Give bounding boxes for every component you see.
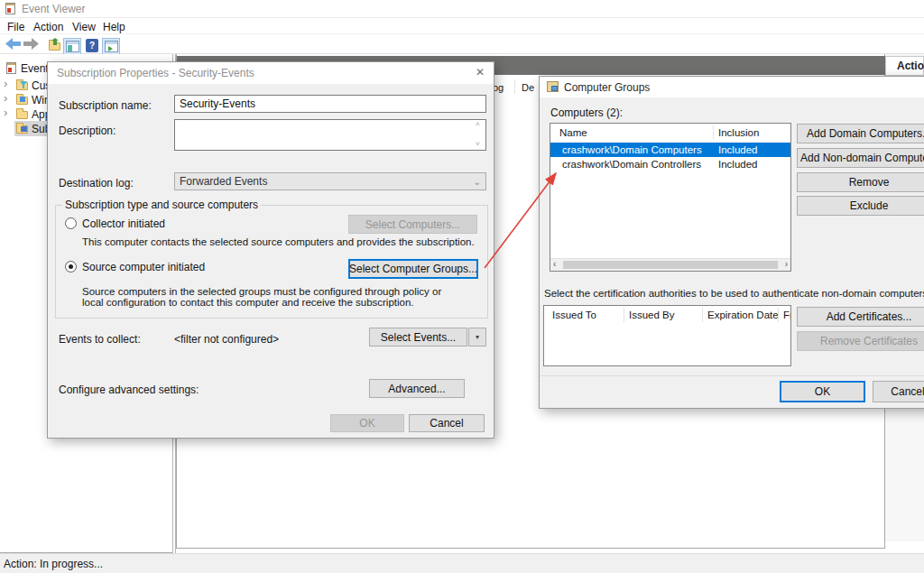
- add-certificates-button[interactable]: Add Certificates...: [797, 307, 924, 327]
- column-header-fragment: De: [522, 82, 534, 93]
- certification-authorities-label: Select the certification authorities to …: [544, 288, 924, 299]
- back-arrow-icon[interactable]: [5, 38, 21, 50]
- source-description-line2: local configuration to contact this comp…: [82, 297, 414, 308]
- event-viewer-window: Event Viewer File Action View Help ?: [0, 0, 924, 573]
- select-events-button[interactable]: Select Events...: [369, 328, 467, 347]
- source-computer-initiated-label: Source computer initiated: [82, 261, 205, 273]
- scroll-down-icon[interactable]: ˅: [476, 140, 480, 148]
- help-icon[interactable]: ?: [86, 39, 98, 52]
- column-header-inclusion[interactable]: Inclusion: [718, 127, 759, 138]
- filter-icon: [20, 81, 27, 88]
- collector-description: This computer contacts the selected sour…: [82, 236, 475, 247]
- dialog-title: Computer Groups: [564, 81, 650, 94]
- menu-bar: File Action View Help: [0, 18, 924, 34]
- column-header-issued-by[interactable]: Issued By: [629, 310, 675, 320]
- horizontal-scrollbar[interactable]: ‹ ›: [550, 258, 790, 271]
- toolbar: ?: [0, 34, 924, 54]
- cancel-button[interactable]: Cancel: [873, 381, 924, 402]
- show-console-tree-icon[interactable]: [63, 38, 81, 55]
- title-bar: Event Viewer: [0, 0, 924, 18]
- windows-logo-badge: [20, 97, 25, 102]
- description-label: Description:: [59, 125, 116, 137]
- column-header-name[interactable]: Name: [559, 127, 587, 138]
- events-to-collect-value: <filter not configured>: [174, 333, 279, 346]
- computer-groups-icon: [547, 81, 559, 92]
- status-text: Action: In progress...: [4, 558, 103, 570]
- event-viewer-app-icon: [5, 3, 15, 14]
- source-description-line1: Source computers in the selected groups …: [82, 286, 441, 297]
- close-icon[interactable]: ✕: [476, 66, 485, 79]
- computers-list: Name Inclusion crashwork\Domain Computer…: [550, 123, 791, 272]
- certificates-list: Issued To Issued By Expiration Date Fri: [543, 305, 791, 366]
- menu-action[interactable]: Action: [33, 21, 63, 33]
- subscription-properties-dialog: Subscription Properties - Security-Event…: [47, 61, 494, 439]
- subscription-name-label: Subscription name:: [59, 99, 152, 112]
- add-domain-computers-button[interactable]: Add Domain Computers...: [797, 124, 924, 143]
- list-header-row: Name Inclusion: [550, 124, 790, 142]
- advanced-settings-label: Configure advanced settings:: [59, 384, 199, 396]
- collector-initiated-radio[interactable]: [65, 217, 77, 229]
- events-to-collect-label: Events to collect:: [59, 333, 141, 346]
- advanced-button[interactable]: Advanced...: [369, 379, 465, 398]
- status-bar: Action: In progress...: [0, 553, 924, 573]
- column-header-friendly-name[interactable]: Fri: [783, 310, 791, 320]
- cancel-button[interactable]: Cancel: [409, 414, 485, 432]
- applications-logs-icon: [16, 111, 28, 119]
- computers-count-label: Computers (2):: [550, 106, 623, 119]
- chevron-down-icon: ⌄: [474, 177, 481, 187]
- column-header-expiration-date[interactable]: Expiration Date: [707, 310, 779, 320]
- destination-log-select[interactable]: Forwarded Events ⌄: [174, 172, 486, 190]
- description-input[interactable]: [174, 119, 486, 151]
- actions-panel-header: Actions: [885, 56, 924, 76]
- menu-help[interactable]: Help: [103, 21, 125, 33]
- dialog-title-bar: Computer Groups: [540, 77, 924, 97]
- window-title: Event Viewer: [22, 3, 85, 15]
- collector-initiated-label: Collector initiated: [82, 217, 165, 230]
- add-non-domain-computers-button[interactable]: Add Non-domain Computers: [797, 148, 924, 168]
- column-separator: [514, 79, 515, 94]
- chevron-right-icon[interactable]: ›: [4, 106, 7, 119]
- groupbox-title: Subscription type and source computers: [62, 199, 261, 211]
- dialog-separator: [540, 375, 924, 376]
- computer-groups-dialog: Computer Groups Computers (2): Name Incl…: [539, 76, 924, 409]
- scroll-left-icon[interactable]: ‹: [553, 259, 556, 269]
- chevron-right-icon[interactable]: ›: [4, 77, 7, 90]
- forward-arrow-icon[interactable]: [23, 38, 39, 50]
- column-header-issued-to[interactable]: Issued To: [552, 310, 596, 320]
- exclude-button[interactable]: Exclude: [797, 196, 924, 216]
- subscriptions-badge: [21, 126, 27, 132]
- select-computer-groups-button[interactable]: Select Computer Groups...: [348, 259, 478, 279]
- actions-panel-title: Actions: [886, 60, 924, 72]
- event-viewer-icon: [6, 62, 16, 74]
- show-action-pane-icon[interactable]: [102, 38, 120, 55]
- ok-button[interactable]: OK: [330, 414, 404, 432]
- scroll-right-icon[interactable]: ›: [785, 259, 788, 269]
- chevron-right-icon[interactable]: ›: [4, 91, 7, 105]
- subscription-name-input[interactable]: Security-Events: [174, 95, 486, 113]
- scrollbar-thumb[interactable]: [563, 261, 778, 269]
- ok-button[interactable]: OK: [780, 381, 865, 402]
- table-row[interactable]: crashwork\Domain Computers Included: [550, 143, 790, 157]
- source-computer-initiated-radio[interactable]: [65, 261, 77, 273]
- dialog-title-bar: Subscription Properties - Security-Event…: [48, 62, 494, 84]
- destination-log-label: Destination log:: [59, 177, 134, 189]
- select-events-dropdown-button[interactable]: ▾: [468, 328, 486, 347]
- select-computers-button[interactable]: Select Computers...: [348, 215, 477, 234]
- menu-view[interactable]: View: [72, 21, 96, 33]
- remove-certificates-button[interactable]: Remove Certificates: [797, 331, 924, 351]
- dialog-title: Subscription Properties - Security-Event…: [57, 67, 254, 79]
- scroll-up-icon[interactable]: ˄: [476, 120, 480, 128]
- menu-file[interactable]: File: [7, 21, 24, 33]
- list-header-row: Issued To Issued By Expiration Date Fri: [544, 306, 790, 324]
- remove-button[interactable]: Remove: [797, 172, 924, 192]
- table-row[interactable]: crashwork\Domain Controllers Included: [550, 157, 790, 171]
